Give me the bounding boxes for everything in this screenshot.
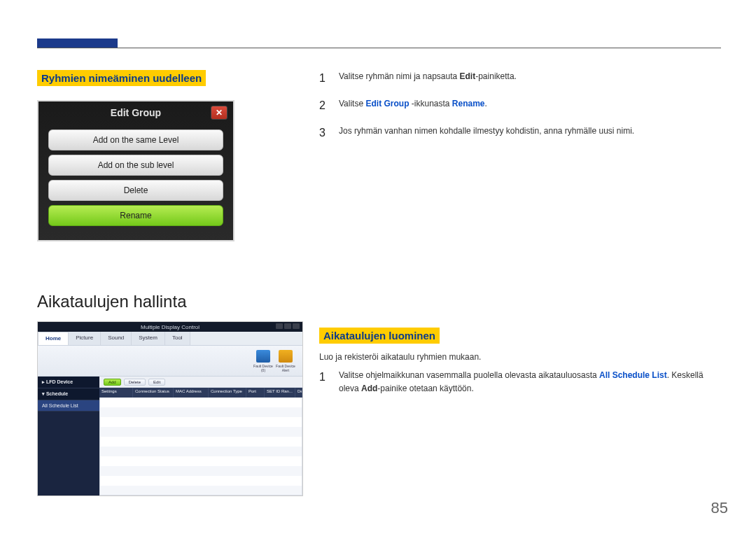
- close-window-icon[interactable]: [293, 323, 300, 329]
- tab-system[interactable]: System: [132, 332, 165, 345]
- schedule-step-1-post: -painike otetaan käyttöön.: [377, 384, 473, 393]
- col-connection-type[interactable]: Connection Type: [209, 388, 246, 398]
- col-mac[interactable]: MAC Address: [174, 388, 209, 398]
- step-3: 3 Jos ryhmän vanhan nimen kohdalle ilmes…: [319, 125, 721, 142]
- sidebar-header-lfd[interactable]: ▸ LFD Device: [38, 377, 99, 388]
- schedule-step-1: 1 Valitse ohjelmaikkunan vasemmalla puol…: [319, 369, 721, 395]
- minimize-icon[interactable]: [276, 323, 283, 329]
- step-num-2: 2: [319, 97, 329, 115]
- step-2-text: Valitse Edit Group -ikkunasta Rename.: [339, 97, 487, 115]
- schedule-step-num-1: 1: [319, 369, 329, 395]
- delete-button[interactable]: Delete: [48, 180, 223, 201]
- col-connection-status[interactable]: Connection Status: [133, 388, 174, 398]
- step-1: 1 Valitse ryhmän nimi ja napsauta Edit-p…: [319, 70, 721, 87]
- sidebar-lfd-label: LFD Device: [46, 379, 73, 384]
- col-detected[interactable]: Detected Devices: [295, 388, 302, 398]
- step-num-1: 1: [319, 70, 329, 87]
- add-same-level-button[interactable]: Add on the same Level: [48, 129, 223, 150]
- grid-body: [99, 398, 302, 496]
- create-schedule-desc: Luo ja rekisteröi aikataulu ryhmien muka…: [319, 352, 721, 362]
- tab-sound[interactable]: Sound: [101, 332, 132, 345]
- fault-alert-label: Fault Device Alert: [276, 364, 295, 372]
- app-sidebar: ▸ LFD Device ▾ Schedule All Schedule Lis…: [38, 377, 99, 496]
- add-sub-level-button[interactable]: Add on the sub level: [48, 155, 223, 176]
- add-button[interactable]: Add: [104, 379, 121, 386]
- step-2: 2 Valitse Edit Group -ikkunasta Rename.: [319, 97, 721, 115]
- tab-tool[interactable]: Tool: [165, 332, 190, 345]
- crud-toolbar: Add Delete Edit: [99, 377, 302, 388]
- kw-edit-group: Edit Group: [365, 99, 409, 108]
- app-toolbar: Fault Device (0) Fault Device Alert: [38, 346, 302, 377]
- dialog-title-text: Edit Group: [111, 107, 161, 118]
- sidebar-header-schedule[interactable]: ▾ Schedule: [38, 388, 99, 400]
- sidebar-item-all-schedule[interactable]: All Schedule List: [38, 400, 99, 412]
- rename-button[interactable]: Rename: [48, 205, 223, 226]
- edit-schedule-button[interactable]: Edit: [148, 379, 165, 386]
- schedule-step-1-text: Valitse ohjelmaikkunan vasemmalla puolel…: [339, 369, 721, 395]
- app-tabs: Home Picture Sound System Tool: [38, 332, 302, 346]
- kw-edit: Edit: [460, 71, 476, 81]
- grid-header: Settings Connection Status MAC Address C…: [99, 388, 302, 398]
- app-titlebar: Multiple Display Control: [38, 322, 302, 332]
- app-title: Multiple Display Control: [141, 324, 200, 330]
- dialog-title: Edit Group ✕: [38, 101, 233, 125]
- fault-alert-icon[interactable]: Fault Device Alert: [276, 350, 295, 372]
- sidebar-schedule-label: Schedule: [46, 391, 68, 396]
- step-num-3: 3: [319, 125, 329, 142]
- step-2-pre: Valitse: [339, 99, 365, 108]
- page-number: 85: [711, 499, 728, 517]
- col-settings[interactable]: Settings: [99, 388, 133, 398]
- schedule-step-1-pre: Valitse ohjelmaikkunan vasemmalla puolel…: [339, 370, 599, 380]
- step-1-post: -painiketta.: [475, 71, 517, 81]
- step-3-text: Jos ryhmän vanhan nimen kohdalle ilmesty…: [339, 125, 634, 142]
- tab-home[interactable]: Home: [38, 332, 69, 345]
- kw-all-schedule-list: All Schedule List: [599, 370, 667, 380]
- step-2-post: .: [485, 99, 487, 108]
- fault-device-label: Fault Device (0): [253, 364, 273, 372]
- step-2-mid: -ikkunasta: [409, 99, 451, 108]
- subheading-rename-groups: Ryhmien nimeäminen uudelleen: [37, 70, 206, 86]
- step-1-pre: Valitse ryhmän nimi ja napsauta: [339, 71, 460, 81]
- rename-steps: 1 Valitse ryhmän nimi ja napsauta Edit-p…: [319, 70, 721, 141]
- col-port[interactable]: Port: [246, 388, 265, 398]
- close-icon[interactable]: ✕: [211, 106, 227, 120]
- step-1-text: Valitse ryhmän nimi ja napsauta Edit-pai…: [339, 70, 517, 87]
- maximize-icon[interactable]: [284, 323, 291, 329]
- heading-schedule-management: Aikataulujen hallinta: [37, 292, 310, 311]
- fault-device-icon[interactable]: Fault Device (0): [253, 350, 273, 372]
- kw-rename: Rename: [452, 99, 485, 108]
- delete-schedule-button[interactable]: Delete: [124, 379, 146, 386]
- edit-group-dialog: Edit Group ✕ Add on the same Level Add o…: [37, 100, 234, 241]
- kw-add: Add: [361, 384, 377, 393]
- app-screenshot: Multiple Display Control Home Picture So…: [37, 321, 303, 496]
- tab-picture[interactable]: Picture: [69, 332, 101, 345]
- accent-bar: [37, 38, 118, 48]
- col-set-id[interactable]: SET ID Ran...: [265, 388, 295, 398]
- subheading-create-schedule: Aikataulujen luominen: [319, 328, 440, 344]
- top-rule: [37, 48, 721, 48]
